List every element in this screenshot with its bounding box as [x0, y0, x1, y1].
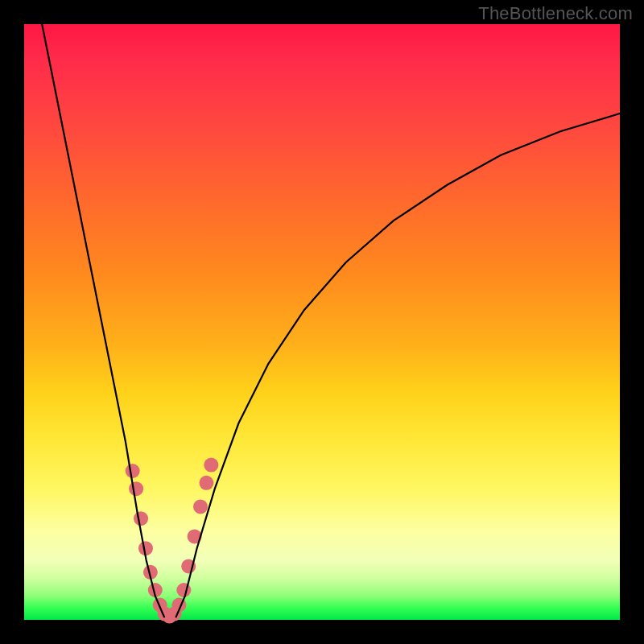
curve-left-branch: [42, 24, 164, 617]
highlight-dot: [204, 458, 218, 473]
chart-svg: [24, 24, 620, 620]
chart-frame: TheBottleneck.com: [0, 0, 644, 644]
highlight-dot: [176, 583, 191, 597]
watermark-text: TheBottleneck.com: [478, 3, 633, 24]
curve-right-branch: [176, 114, 620, 617]
plot-area: [24, 24, 620, 620]
highlight-dot: [126, 464, 140, 478]
highlight-dot: [129, 481, 143, 496]
highlight-dot: [134, 511, 148, 526]
marker-layer: [126, 458, 219, 624]
highlight-dot: [199, 476, 213, 490]
highlight-dot: [193, 499, 208, 514]
